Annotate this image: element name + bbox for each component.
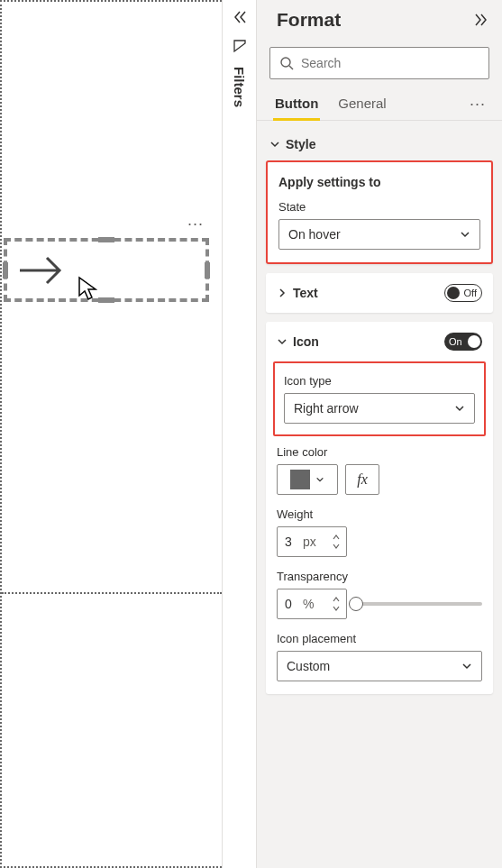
- state-label: State: [278, 200, 480, 214]
- chevron-down-icon: [461, 661, 472, 672]
- line-color-label: Line color: [277, 445, 482, 459]
- transparency-unit: %: [303, 597, 332, 611]
- stepper-up[interactable]: [332, 595, 341, 604]
- icon-type-label: Icon type: [284, 374, 475, 388]
- icon-placement-label: Icon placement: [277, 632, 482, 645]
- search-icon: [279, 56, 294, 70]
- color-swatch: [290, 470, 310, 489]
- weight-unit: px: [303, 535, 332, 549]
- chevron-down-icon: [460, 229, 470, 240]
- resize-handle-right[interactable]: [205, 262, 210, 279]
- style-title: Style: [286, 137, 315, 151]
- weight-label: Weight: [277, 507, 482, 521]
- stepper-up[interactable]: [332, 533, 341, 542]
- stepper-down[interactable]: [332, 604, 341, 613]
- canvas[interactable]: ···: [0, 0, 222, 868]
- transparency-input[interactable]: 0 %: [277, 589, 347, 619]
- resize-handle-top[interactable]: [98, 237, 114, 242]
- bookmark-icon[interactable]: [232, 38, 248, 54]
- line-color-select[interactable]: [277, 464, 338, 495]
- transparency-slider[interactable]: [356, 602, 482, 606]
- state-select[interactable]: On hover: [278, 219, 480, 250]
- right-arrow-icon: [16, 254, 67, 287]
- icon-type-select[interactable]: Right arrow: [284, 393, 475, 424]
- svg-point-0: [281, 58, 290, 67]
- text-card-header[interactable]: Text Off: [266, 273, 493, 313]
- transparency-label: Transparency: [277, 570, 482, 583]
- stepper-down[interactable]: [332, 542, 341, 551]
- tab-general[interactable]: General: [336, 88, 388, 120]
- slider-thumb[interactable]: [349, 597, 363, 611]
- chevron-down-icon: [277, 336, 288, 347]
- filters-rail: Filters: [222, 0, 256, 868]
- weight-value: 3: [285, 535, 303, 549]
- tab-more-menu[interactable]: ···: [470, 95, 486, 114]
- icon-placement-value: Custom: [287, 659, 330, 673]
- text-card: Text Off: [266, 273, 493, 313]
- chevron-down-icon: [269, 139, 280, 150]
- apply-settings-card: Apply settings to State On hover: [266, 160, 493, 264]
- search-input[interactable]: [301, 56, 479, 70]
- format-pane: Format Button General ··· Style Apply se…: [256, 0, 502, 868]
- icon-title: Icon: [293, 334, 319, 349]
- apply-settings-label: Apply settings to: [278, 175, 480, 189]
- collapse-chevron-left-icon[interactable]: [232, 9, 248, 25]
- style-section-header[interactable]: Style: [266, 133, 493, 160]
- text-title: Text: [293, 286, 318, 300]
- icon-toggle[interactable]: On: [444, 333, 482, 351]
- fx-button[interactable]: fx: [345, 464, 379, 495]
- resize-handle-bottom[interactable]: [98, 297, 114, 303]
- text-toggle[interactable]: Off: [444, 284, 482, 302]
- transparency-value: 0: [285, 597, 303, 611]
- chevron-down-icon: [315, 475, 324, 484]
- icon-type-value: Right arrow: [294, 401, 359, 416]
- icon-placement-select[interactable]: Custom: [277, 651, 482, 681]
- resize-handle-left[interactable]: [3, 262, 8, 279]
- pane-title: Format: [277, 9, 341, 31]
- filters-label[interactable]: Filters: [232, 67, 247, 107]
- selected-button-visual[interactable]: ···: [4, 238, 209, 302]
- icon-card: Icon On Icon type Right arrow: [266, 322, 493, 694]
- expand-chevron-right-icon[interactable]: [473, 12, 489, 28]
- tab-button[interactable]: Button: [273, 88, 320, 120]
- weight-input[interactable]: 3 px: [277, 526, 347, 557]
- chevron-right-icon: [277, 288, 288, 298]
- chevron-down-icon: [454, 403, 465, 414]
- search-input-wrapper[interactable]: [269, 47, 489, 79]
- visual-options-menu[interactable]: ···: [187, 215, 204, 233]
- state-value: On hover: [288, 227, 341, 242]
- cursor-icon: [78, 276, 97, 301]
- icon-card-header[interactable]: Icon On: [266, 322, 493, 361]
